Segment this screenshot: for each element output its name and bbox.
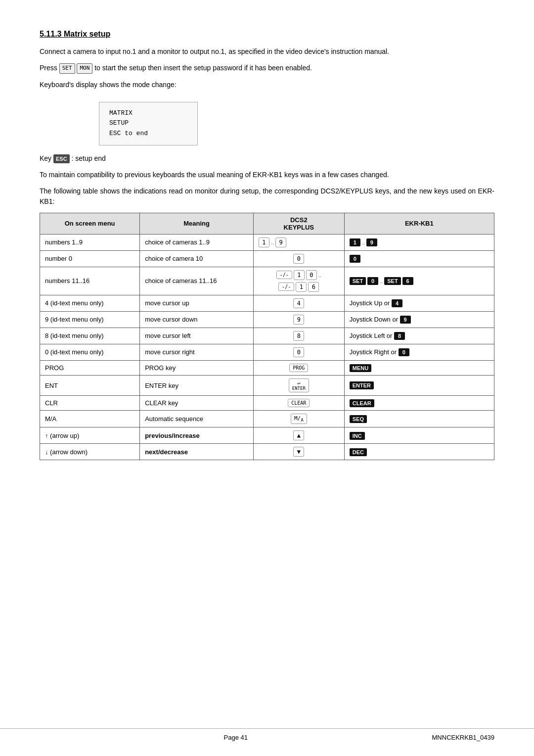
meaning-cell: previous/increase xyxy=(140,427,254,444)
dcs2-1b: 1 xyxy=(296,282,307,292)
ekr-cell: 1 .. 9 xyxy=(344,234,494,250)
col-header-meaning: Meaning xyxy=(140,213,254,234)
dcs2-6: 6 xyxy=(308,282,319,292)
col-header-dcs2: DCS2KEYPLUS xyxy=(253,213,344,234)
col-header-menu: On screen menu xyxy=(40,213,140,234)
dcs2-0: 0 xyxy=(306,270,317,280)
menu-cell: ↑ (arrow up) xyxy=(40,427,140,444)
display-line3: ESC to end xyxy=(109,129,187,139)
dcs2-cell: 9 xyxy=(253,311,344,328)
ekr-cell: Joystick Right or 0 xyxy=(344,344,494,360)
menu-cell: numbers 11..16 xyxy=(40,267,140,295)
ekr-key-8: 8 xyxy=(394,332,405,340)
dcs2-cell: ▼ xyxy=(253,444,344,460)
dcs2-cell: M/A xyxy=(253,411,344,427)
dcs2-cell: ↵ENTER xyxy=(253,376,344,396)
dcs2-key-4: 4 xyxy=(293,298,304,308)
dcs2-ma: M/A xyxy=(291,414,307,424)
ekr-cell: SEQ xyxy=(344,411,494,427)
menu-cell: 9 (id-text menu only) xyxy=(40,311,140,328)
page-content: 5.11.3 Matrix setup Connect a camera to … xyxy=(0,0,534,500)
ekr-key-4: 4 xyxy=(392,299,402,307)
dcs2-key-9b: 9 xyxy=(293,315,304,325)
ekr-set2: SET xyxy=(384,277,400,285)
table-row: 9 (id-text menu only) move cursor down 9… xyxy=(40,311,494,328)
col-header-ekr: EKR-KB1 xyxy=(344,213,494,234)
meaning-cell: ENTER key xyxy=(140,376,254,396)
paragraph-4: To maintain compatibility to previous ke… xyxy=(40,170,494,180)
ekr-cell: INC xyxy=(344,427,494,444)
table-row: ↑ (arrow up) previous/increase ▲ INC xyxy=(40,427,494,444)
mon-key: MON xyxy=(77,63,92,74)
para2-prefix: Press xyxy=(40,64,57,72)
dcs2-cell: 8 xyxy=(253,328,344,344)
ekr-dec: DEC xyxy=(350,448,367,456)
menu-cell: 8 (id-text menu only) xyxy=(40,328,140,344)
setup-table: On screen menu Meaning DCS2KEYPLUS EKR-K… xyxy=(40,213,494,460)
meaning-cell: choice of cameras 1..9 xyxy=(140,234,254,250)
paragraph-2: Press SET MON to start the setup then in… xyxy=(40,63,494,74)
ekr-cell: ENTER xyxy=(344,376,494,396)
ekr-cell: Joystick Up or 4 xyxy=(344,295,494,311)
dcs2-cell: -/- 1 0 .. -/- 1 6 xyxy=(253,267,344,295)
meaning-cell: choice of cameras 11..16 xyxy=(140,267,254,295)
dcs2-cell: 0 xyxy=(253,344,344,360)
menu-cell: ↓ (arrow down) xyxy=(40,444,140,460)
menu-cell: ENT xyxy=(40,376,140,396)
esc-key: ESC xyxy=(53,154,70,164)
ekr-key-0: 0 xyxy=(350,255,360,263)
meaning-cell: PROG key xyxy=(140,360,254,375)
paragraph-3: Keyboard's display shows the mode change… xyxy=(40,80,494,90)
set-key: SET xyxy=(59,63,75,74)
menu-cell: number 0 xyxy=(40,250,140,267)
ekr-key-9: 9 xyxy=(366,238,377,246)
table-row: CLR CLEAR key CLEAR CLEAR xyxy=(40,396,494,411)
menu-cell: 0 (id-text menu only) xyxy=(40,344,140,360)
menu-cell: numbers 1..9 xyxy=(40,234,140,250)
dcs2-cell: CLEAR xyxy=(253,396,344,411)
menu-cell: CLR xyxy=(40,396,140,411)
dcs2-clear: CLEAR xyxy=(288,399,310,407)
menu-cell: 4 (id-text menu only) xyxy=(40,295,140,311)
dcs2-cell: 1 .. 9 xyxy=(253,234,344,250)
ekr-key-9b: 9 xyxy=(400,316,411,324)
table-row: numbers 1..9 choice of cameras 1..9 1 ..… xyxy=(40,234,494,250)
table-row: 4 (id-text menu only) move cursor up 4 J… xyxy=(40,295,494,311)
meaning-cell: move cursor left xyxy=(140,328,254,344)
key-note-suffix: : setup end xyxy=(72,154,106,162)
ekr-6: 6 xyxy=(402,277,413,285)
meaning-cell: move cursor up xyxy=(140,295,254,311)
table-row: M/A Automatic sequence M/A SEQ xyxy=(40,411,494,427)
table-header-row: On screen menu Meaning DCS2KEYPLUS EKR-K… xyxy=(40,213,494,234)
ekr-clear: CLEAR xyxy=(350,399,374,407)
menu-cell: M/A xyxy=(40,411,140,427)
ekr-seq: SEQ xyxy=(350,415,367,423)
ekr-cell: SET 0 .. SET 6 xyxy=(344,267,494,295)
ekr-cell: DEC xyxy=(344,444,494,460)
dcs2-key-1: 1 xyxy=(259,237,269,247)
dcs2-key-8: 8 xyxy=(293,331,304,341)
meaning-cell: move cursor down xyxy=(140,311,254,328)
ekr-cell: 0 xyxy=(344,250,494,267)
dcs2-cell: PROG xyxy=(253,360,344,375)
paragraph-5: The following table shows the indication… xyxy=(40,186,494,207)
ekr-menu: MENU xyxy=(350,364,371,372)
page-footer: Page 41 MNNCEKRKB1_0439 xyxy=(0,728,534,741)
dcs2-down: ▼ xyxy=(293,447,304,457)
table-row: numbers 11..16 choice of cameras 11..16 … xyxy=(40,267,494,295)
dcs2-up: ▲ xyxy=(293,430,304,440)
ekr-cell: MENU xyxy=(344,360,494,375)
dcs2-key-9: 9 xyxy=(275,237,286,247)
meaning-cell: move cursor right xyxy=(140,344,254,360)
key-note: Key ESC : setup end xyxy=(40,153,494,164)
ekr-key-0c: 0 xyxy=(399,348,409,356)
dcs2-1: 1 xyxy=(294,270,305,280)
table-row: ENT ENTER key ↵ENTER ENTER xyxy=(40,376,494,396)
footer-right: MNNCEKRKB1_0439 xyxy=(432,734,494,741)
dcs2-prog: PROG xyxy=(289,364,308,372)
footer-center: Page 41 xyxy=(224,734,248,741)
key-note-prefix: Key xyxy=(40,154,51,162)
display-line2: SETUP xyxy=(109,118,187,129)
dcs2-enter: ↵ENTER xyxy=(289,378,309,392)
dcs2-cell: 4 xyxy=(253,295,344,311)
